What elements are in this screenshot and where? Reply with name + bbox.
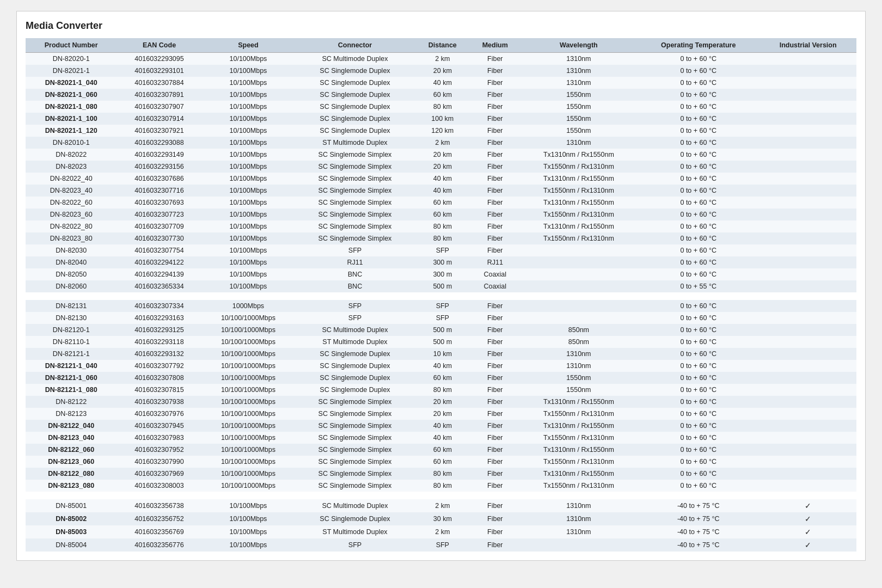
- table-cell: Fiber: [470, 525, 520, 538]
- table-cell: 10/100Mbps: [202, 232, 295, 244]
- table-cell: Tx1310nm / Rx1550nm: [520, 197, 637, 209]
- table-cell: [759, 432, 856, 444]
- table-cell: Fiber: [470, 336, 520, 348]
- table-cell: DN-82030: [26, 244, 117, 256]
- table-cell: 0 to + 60 °C: [637, 161, 759, 173]
- table-cell: DN-82131: [26, 300, 117, 312]
- table-cell: [759, 185, 856, 197]
- table-cell: Fiber: [470, 125, 520, 137]
- table-cell: Coaxial: [470, 268, 520, 280]
- table-cell: [759, 348, 856, 360]
- table-cell: [759, 53, 856, 65]
- table-cell: SC Singlemode Duplex: [295, 89, 415, 101]
- table-cell: 1310nm: [520, 348, 637, 360]
- table-cell: DN-82021-1_120: [26, 125, 117, 137]
- table-cell: 10/100Mbps: [202, 125, 295, 137]
- table-cell: 4016032307716: [117, 185, 201, 197]
- table-cell: SC Singlemode Duplex: [295, 512, 415, 525]
- table-cell: 0 to + 60 °C: [637, 197, 759, 209]
- table-cell: 0 to + 60 °C: [637, 137, 759, 149]
- table-spacer-row: [26, 292, 856, 300]
- table-cell: 4016032307884: [117, 77, 201, 89]
- table-cell: 0 to + 60 °C: [637, 396, 759, 408]
- table-cell: [520, 256, 637, 268]
- col-header-medium: Medium: [470, 38, 520, 53]
- table-cell: 4016032307693: [117, 197, 201, 209]
- main-container: Media Converter Product Number EAN Code …: [16, 11, 866, 561]
- table-cell: ST Multimode Duplex: [295, 525, 415, 538]
- table-cell: 10/100/1000Mbps: [202, 420, 295, 432]
- table-cell: [520, 312, 637, 324]
- table-cell: 4016032307945: [117, 420, 201, 432]
- table-row: DN-82121-1_040401603230779210/100/1000Mb…: [26, 360, 856, 372]
- table-cell: DN-82022: [26, 149, 117, 161]
- table-cell: 10/100/1000Mbps: [202, 408, 295, 420]
- table-cell: 40 km: [415, 432, 470, 444]
- table-cell: Fiber: [470, 232, 520, 244]
- table-cell: DN-82040: [26, 256, 117, 268]
- table-cell: 0 to + 60 °C: [637, 468, 759, 480]
- table-cell: ✓: [759, 499, 856, 512]
- table-cell: [759, 360, 856, 372]
- table-cell: [759, 408, 856, 420]
- page-title: Media Converter: [26, 20, 856, 32]
- col-header-distance: Distance: [415, 38, 470, 53]
- table-row: DN-82121-1_080401603230781510/100/1000Mb…: [26, 384, 856, 396]
- table-cell: Fiber: [470, 512, 520, 525]
- table-cell: [759, 256, 856, 268]
- table-cell: 4016032293125: [117, 324, 201, 336]
- col-header-ean: EAN Code: [117, 38, 201, 53]
- table-cell: 10/100Mbps: [202, 161, 295, 173]
- table-cell: Fiber: [470, 408, 520, 420]
- table-cell: [759, 396, 856, 408]
- table-cell: [759, 468, 856, 480]
- table-cell: SC Singlemode Simplex: [295, 456, 415, 468]
- table-cell: 0 to + 60 °C: [637, 432, 759, 444]
- table-cell: Tx1550nm / Rx1310nm: [520, 432, 637, 444]
- table-cell: Tx1550nm / Rx1310nm: [520, 185, 637, 197]
- table-cell: 0 to + 60 °C: [637, 312, 759, 324]
- table-cell: 0 to + 60 °C: [637, 89, 759, 101]
- table-cell: 10/100/1000Mbps: [202, 384, 295, 396]
- table-cell: SFP: [295, 244, 415, 256]
- table-cell: ST Multimode Duplex: [295, 336, 415, 348]
- table-cell: 1310nm: [520, 137, 637, 149]
- table-row: DN-82050401603229413910/100MbpsBNC300 mC…: [26, 268, 856, 280]
- table-cell: 0 to + 60 °C: [637, 173, 759, 185]
- table-cell: 0 to + 60 °C: [637, 149, 759, 161]
- table-cell: Fiber: [470, 348, 520, 360]
- table-cell: 0 to + 60 °C: [637, 480, 759, 492]
- table-cell: DN-82121-1_080: [26, 384, 117, 396]
- table-cell: 40 km: [415, 77, 470, 89]
- table-row: DN-82123401603230797610/100/1000MbpsSC S…: [26, 408, 856, 420]
- table-cell: ST Multimode Duplex: [295, 137, 415, 149]
- checkmark-icon: ✓: [805, 528, 811, 536]
- table-cell: [520, 280, 637, 292]
- table-cell: SC Singlemode Simplex: [295, 161, 415, 173]
- table-cell: DN-82121-1_060: [26, 372, 117, 384]
- table-cell: Fiber: [470, 300, 520, 312]
- table-cell: 20 km: [415, 396, 470, 408]
- table-cell: [759, 324, 856, 336]
- table-cell: 10/100Mbps: [202, 53, 295, 65]
- table-cell: [759, 280, 856, 292]
- table-cell: 120 km: [415, 125, 470, 137]
- table-cell: 10/100Mbps: [202, 65, 295, 77]
- table-cell: 2 km: [415, 137, 470, 149]
- table-cell: 4016032307815: [117, 384, 201, 396]
- table-header-row: Product Number EAN Code Speed Connector …: [26, 38, 856, 53]
- table-cell: 300 m: [415, 256, 470, 268]
- table-row: DN-82060401603236533410/100MbpsBNC500 mC…: [26, 280, 856, 292]
- table-cell: 20 km: [415, 408, 470, 420]
- table-cell: [759, 300, 856, 312]
- table-cell: 0 to + 60 °C: [637, 408, 759, 420]
- table-cell: [759, 480, 856, 492]
- table-cell: -40 to + 75 °C: [637, 499, 759, 512]
- table-cell: 80 km: [415, 232, 470, 244]
- table-cell: Fiber: [470, 420, 520, 432]
- table-cell: 0 to + 60 °C: [637, 232, 759, 244]
- table-row: DN-82023401603229315610/100MbpsSC Single…: [26, 161, 856, 173]
- col-header-connector: Connector: [295, 38, 415, 53]
- table-cell: 1550nm: [520, 384, 637, 396]
- table-cell: Fiber: [470, 312, 520, 324]
